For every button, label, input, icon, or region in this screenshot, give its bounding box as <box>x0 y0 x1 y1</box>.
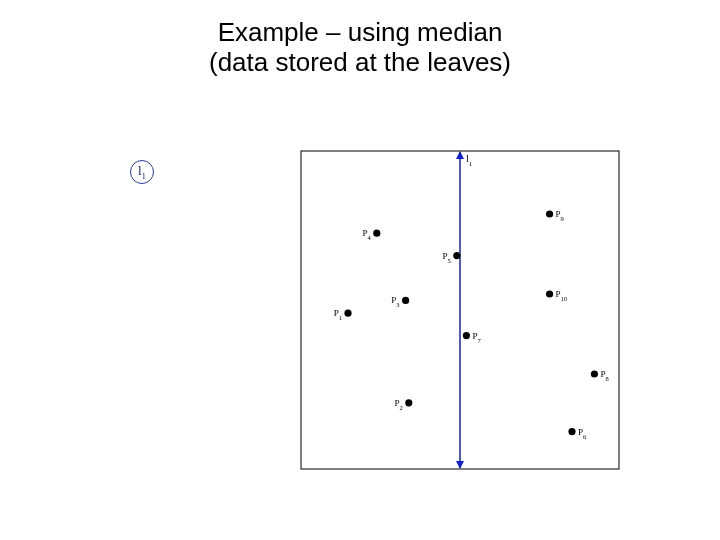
tree-root-label-sub: 1 <box>142 170 147 180</box>
slide: Example – using median (data stored at t… <box>0 0 720 540</box>
title-line-1: Example – using median <box>218 17 503 47</box>
point-label-P5: P5 <box>443 251 451 264</box>
split-arrow-top-l1 <box>456 151 464 159</box>
point-label-P2: P2 <box>395 398 403 411</box>
point-P3 <box>402 297 409 304</box>
point-P4 <box>373 230 380 237</box>
tree-diagram: l1 <box>130 160 154 184</box>
point-label-P9: P9 <box>556 209 564 222</box>
scatter-plot: l1 P1P2P3P4P5P6P7P8P9P10 <box>300 150 620 470</box>
point-label-P10: P10 <box>556 289 568 302</box>
points-group: P1P2P3P4P5P6P7P8P9P10 <box>334 209 609 439</box>
point-P10 <box>546 290 553 297</box>
split-label-l1: l1 <box>466 153 473 168</box>
split-arrow-bottom-l1 <box>456 461 464 469</box>
point-label-P8: P8 <box>600 369 608 382</box>
point-label-P4: P4 <box>363 228 372 241</box>
point-P6 <box>568 428 575 435</box>
point-P8 <box>591 370 598 377</box>
point-P7 <box>463 332 470 339</box>
tree-root-label: l1 <box>138 164 146 181</box>
slide-title: Example – using median (data stored at t… <box>0 18 720 78</box>
point-P1 <box>344 310 351 317</box>
point-label-P3: P3 <box>391 295 399 308</box>
title-line-2: (data stored at the leaves) <box>209 47 511 77</box>
point-P9 <box>546 210 553 217</box>
tree-root-node: l1 <box>130 160 154 184</box>
scatter-plot-svg: l1 P1P2P3P4P5P6P7P8P9P10 <box>300 150 620 470</box>
point-label-P1: P1 <box>334 308 342 321</box>
split-lines-group: l1 <box>456 151 473 469</box>
point-label-P6: P6 <box>578 427 587 440</box>
point-label-P7: P7 <box>472 331 481 344</box>
point-P2 <box>405 399 412 406</box>
point-P5 <box>453 252 460 259</box>
